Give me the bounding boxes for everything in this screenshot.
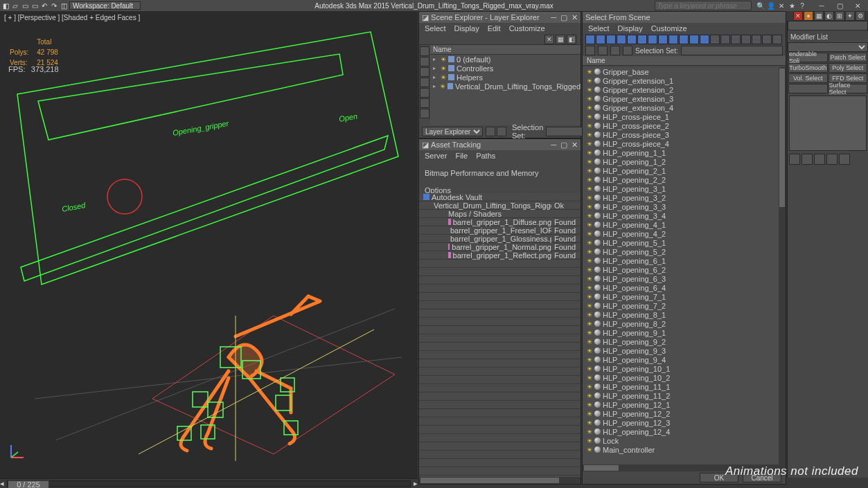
list-item[interactable]: ☀HLP_opening_6_1 xyxy=(583,256,779,265)
list-item[interactable]: ☀HLP_cross-piece_2 xyxy=(583,121,779,130)
filter-bone-icon[interactable] xyxy=(420,109,429,118)
select-from-scene-title[interactable]: Select From Scene xyxy=(583,12,786,23)
remove-icon[interactable] xyxy=(826,154,838,165)
list-item[interactable]: ☀HLP_cross-piece_1 xyxy=(583,112,779,121)
minimize-icon[interactable]: ─ xyxy=(551,141,556,150)
select-filter-icon[interactable]: ● xyxy=(804,11,813,21)
configure-icon[interactable] xyxy=(839,154,850,165)
filter-icon[interactable] xyxy=(752,35,761,44)
list-item[interactable]: ☀Lock xyxy=(583,436,779,445)
filter-light-icon[interactable] xyxy=(420,67,429,77)
list-item[interactable]: ☀HLP_opening_7_1 xyxy=(583,292,779,301)
asset-row[interactable]: barrel_gripper_1_Diffuse.pngFound xyxy=(419,218,581,226)
menu-select[interactable]: Select xyxy=(425,24,446,33)
scene-explorer-title[interactable]: ◪ Scene Explorer - Layer Explorer ─ ▢ ✕ xyxy=(419,12,581,23)
clear-icon[interactable]: ✕ xyxy=(544,35,554,44)
list-item[interactable]: ☀Gripper_extension_4 xyxy=(583,103,779,112)
undo-icon[interactable]: ↶ xyxy=(40,1,48,10)
list-item[interactable]: ☀HLP_opening_8_1 xyxy=(583,310,779,319)
list-item[interactable]: ☀HLP_opening_12_2 xyxy=(583,409,779,418)
filter-cam-icon[interactable] xyxy=(420,78,429,87)
asset-row[interactable]: Maps / Shaders xyxy=(419,210,581,218)
tool-icon[interactable] xyxy=(610,46,620,55)
scrollbar-thumb[interactable] xyxy=(420,478,559,483)
list-item[interactable]: ☀Gripper_extension_3 xyxy=(583,94,779,103)
modifier-button[interactable]: enderable Spli xyxy=(788,53,828,62)
modifier-button[interactable]: Surface Select xyxy=(829,84,868,93)
list-item[interactable]: ☀HLP_opening_3_2 xyxy=(583,193,779,202)
filter-icon[interactable] xyxy=(606,35,616,44)
tool-icon[interactable]: ⊞ xyxy=(835,11,844,21)
view-icon[interactable]: ▦ xyxy=(556,35,565,44)
viewport[interactable]: [ + ] [Perspective ] [Shaded + Edged Fac… xyxy=(0,11,418,478)
close-icon[interactable]: ✕ xyxy=(572,13,578,22)
foot-icon[interactable] xyxy=(497,127,506,136)
maximize-icon[interactable]: ▢ xyxy=(560,13,567,22)
tool-icon[interactable] xyxy=(585,46,595,55)
list-item[interactable]: ☀HLP_opening_1_2 xyxy=(583,157,779,166)
menu-display[interactable]: Display xyxy=(454,24,479,33)
asset-row[interactable]: barrel_gripper_1_Normal.pngFound xyxy=(419,243,581,251)
filter-icon[interactable] xyxy=(617,35,626,44)
help-search[interactable] xyxy=(655,1,752,10)
column-header-name[interactable]: Name xyxy=(430,45,581,55)
search-icon[interactable]: 🔍 xyxy=(756,1,765,10)
selection-set-input[interactable] xyxy=(681,46,783,55)
modifier-button[interactable]: Patch Select xyxy=(829,53,868,62)
close-icon[interactable]: ✕ xyxy=(572,141,578,150)
filter-icon[interactable] xyxy=(668,35,678,44)
filter-icon[interactable] xyxy=(596,35,605,44)
list-item[interactable]: ☀HLP_opening_7_2 xyxy=(583,301,779,310)
filter-icon[interactable] xyxy=(700,35,709,44)
scrollbar-thumb[interactable] xyxy=(779,69,785,207)
filter-icon[interactable] xyxy=(762,35,772,44)
filter-icon[interactable] xyxy=(627,35,637,44)
modifier-stack[interactable] xyxy=(789,96,867,151)
open-icon[interactable]: ▭ xyxy=(21,1,29,10)
exchange-icon[interactable]: ✕ xyxy=(777,1,786,10)
list-item[interactable]: ☀HLP_cross-piece_4 xyxy=(583,139,779,148)
timeline-arrow-right[interactable]: ▸ xyxy=(414,479,418,488)
list-item[interactable]: ☀HLP_opening_9_3 xyxy=(583,346,779,355)
modifier-button[interactable] xyxy=(788,84,828,93)
menu-select[interactable]: Select xyxy=(588,24,610,33)
list-item[interactable]: ☀HLP_opening_1_1 xyxy=(583,148,779,157)
filter-space-icon[interactable] xyxy=(420,98,429,108)
list-item[interactable]: ☀HLP_opening_4_2 xyxy=(583,229,779,238)
list-item[interactable]: ☀HLP_opening_12_4 xyxy=(583,427,779,436)
list-item[interactable]: ☀HLP_opening_5_2 xyxy=(583,247,779,256)
app-icon[interactable]: ◧ xyxy=(1,1,10,10)
sfs-list[interactable]: ☀Gripper_base☀Gripper_extension_1☀Grippe… xyxy=(583,67,779,464)
list-item[interactable]: ☀HLP_opening_8_2 xyxy=(583,319,779,328)
asset-tracking-title[interactable]: ◪ Asset Tracking ─ ▢ ✕ xyxy=(419,139,581,150)
signin-icon[interactable]: 👤 xyxy=(766,1,776,10)
foot-icon[interactable] xyxy=(486,127,495,136)
redo-icon[interactable]: ↷ xyxy=(50,1,58,10)
timeline-track[interactable]: 0 / 225 xyxy=(7,480,411,487)
sfs-vscrollbar[interactable] xyxy=(779,67,786,464)
close-button[interactable]: ✕ xyxy=(849,1,867,10)
list-item[interactable]: ☀HLP_opening_12_3 xyxy=(583,418,779,427)
menu-customize[interactable]: Customize xyxy=(651,24,687,33)
modifier-search-input[interactable] xyxy=(788,21,868,30)
link-icon[interactable]: ◫ xyxy=(60,1,68,10)
list-item[interactable]: ☀Gripper_base xyxy=(583,67,779,76)
list-item[interactable]: ☀HLP_opening_3_3 xyxy=(583,202,779,211)
list-item[interactable]: ☀HLP_opening_12_1 xyxy=(583,400,779,409)
maximize-icon[interactable]: ▢ xyxy=(560,141,567,150)
tree-row[interactable]: ▸☀Vertical_Drum_Lifting_Tongs_Rigged xyxy=(430,82,581,91)
list-item[interactable]: ☀HLP_opening_11_1 xyxy=(583,382,779,391)
list-item[interactable]: ☀HLP_opening_3_4 xyxy=(583,211,779,220)
scrollbar-thumb[interactable] xyxy=(584,465,619,471)
filter-icon[interactable]: ◧ xyxy=(567,35,576,44)
menu-file[interactable]: File xyxy=(455,152,468,161)
asset-tracking-list[interactable]: Autodesk VaultVertical_Drum_Lifting_Tong… xyxy=(419,193,581,477)
filter-icon[interactable] xyxy=(772,35,782,44)
filter-icon[interactable] xyxy=(658,35,668,44)
menu-edit[interactable]: Edit xyxy=(488,24,501,33)
list-item[interactable]: ☀HLP_opening_6_2 xyxy=(583,265,779,274)
time-slider[interactable]: ◂ 0 / 225 ▸ xyxy=(0,478,418,488)
favorites-icon[interactable]: ★ xyxy=(787,1,797,10)
menu-server[interactable]: Server xyxy=(425,152,447,161)
list-item[interactable]: ☀HLP_opening_3_1 xyxy=(583,184,779,193)
